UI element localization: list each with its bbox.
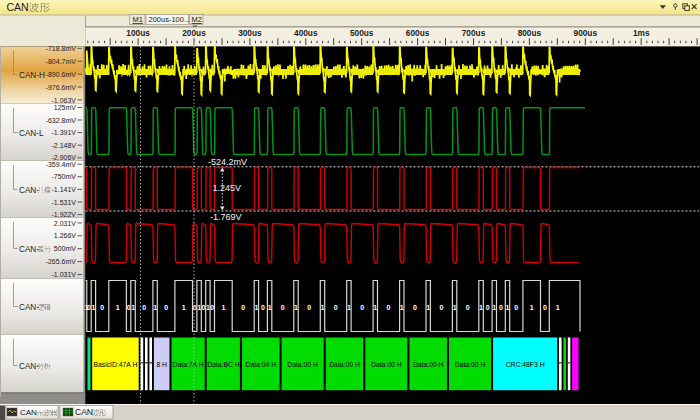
svg-text:CAN: CAN <box>7 1 29 13</box>
svg-text:0: 0 <box>210 304 214 311</box>
svg-text:-1.141V: -1.141V <box>51 186 76 193</box>
svg-text:2.031V: 2.031V <box>54 220 77 227</box>
svg-text:CAN: CAN <box>75 407 93 417</box>
svg-text:0: 0 <box>543 304 547 311</box>
svg-text:1: 1 <box>153 304 157 311</box>
svg-text:500us: 500us <box>350 28 374 38</box>
svg-text:1.266V: 1.266V <box>54 232 77 239</box>
svg-text:0: 0 <box>307 304 311 311</box>
svg-text:-890.6mV: -890.6mV <box>46 71 77 78</box>
svg-text:-750mV: -750mV <box>51 173 76 180</box>
svg-text:0: 0 <box>193 304 197 311</box>
svg-text:0: 0 <box>466 304 470 311</box>
svg-text:0: 0 <box>514 304 518 311</box>
svg-text:0: 0 <box>100 304 104 311</box>
svg-text:CAN-H: CAN-H <box>19 71 45 80</box>
svg-text:0: 0 <box>164 304 168 311</box>
svg-text:1: 1 <box>479 304 483 311</box>
svg-text:-2.148V: -2.148V <box>51 142 76 149</box>
svg-text:M2: M2 <box>192 15 202 24</box>
svg-text:-1.769V: -1.769V <box>210 212 242 222</box>
svg-text:CAN-: CAN- <box>19 362 39 371</box>
svg-text:-976.6mV: -976.6mV <box>46 84 77 91</box>
svg-text:1: 1 <box>206 304 210 311</box>
svg-text:700us: 700us <box>462 28 486 38</box>
svg-text:500mV: 500mV <box>54 245 77 252</box>
svg-text:200us: 200us <box>182 28 206 38</box>
svg-text:Data:00 H: Data:00 H <box>455 361 486 368</box>
svg-text:Data:00 H: Data:00 H <box>287 361 318 368</box>
svg-text:900us: 900us <box>574 28 598 38</box>
svg-text:1: 1 <box>400 304 404 311</box>
svg-text:Data:00 H: Data:00 H <box>371 361 402 368</box>
svg-text:0: 0 <box>142 304 146 311</box>
svg-text:CAN: CAN <box>20 408 37 417</box>
svg-text:0: 0 <box>486 304 490 311</box>
svg-text:100us: 100us <box>126 28 150 38</box>
svg-text:200us-100...: 200us-100... <box>149 15 191 24</box>
svg-text:400us: 400us <box>294 28 318 38</box>
svg-text:1: 1 <box>426 304 430 311</box>
svg-text:0: 0 <box>387 304 391 311</box>
svg-text:-1.063V: -1.063V <box>51 97 76 104</box>
svg-text:800us: 800us <box>518 28 542 38</box>
svg-text:1: 1 <box>268 304 272 311</box>
svg-text:0: 0 <box>127 304 131 311</box>
svg-text:-718.8mV: -718.8mV <box>46 45 77 52</box>
svg-text:1: 1 <box>373 304 377 311</box>
svg-text:1: 1 <box>221 304 225 311</box>
svg-text:1: 1 <box>182 304 186 311</box>
svg-text:CAN-: CAN- <box>19 186 39 195</box>
svg-text:0: 0 <box>281 304 285 311</box>
svg-text:Data:7A H: Data:7A H <box>173 361 204 368</box>
svg-text:-524.2mV: -524.2mV <box>208 157 247 167</box>
svg-text:Data:BC H: Data:BC H <box>207 361 240 368</box>
svg-text:1: 1 <box>116 304 120 311</box>
svg-text:1: 1 <box>556 304 560 311</box>
svg-text:1: 1 <box>131 304 135 311</box>
svg-text:-804.7mV: -804.7mV <box>46 58 77 65</box>
svg-text:BasicID:47A H: BasicID:47A H <box>93 361 137 368</box>
svg-text:Data:00 H: Data:00 H <box>413 361 444 368</box>
svg-text:1: 1 <box>506 304 510 311</box>
svg-text:-359.4mV: -359.4mV <box>46 161 77 168</box>
svg-text:M1: M1 <box>133 15 143 24</box>
svg-text:Data:00 H: Data:00 H <box>329 361 360 368</box>
svg-text:CAN-: CAN- <box>19 303 39 312</box>
svg-text:0: 0 <box>413 304 417 311</box>
svg-text:CRC:48F3 H: CRC:48F3 H <box>506 361 545 368</box>
svg-text:0: 0 <box>261 304 265 311</box>
svg-text:0: 0 <box>87 304 91 311</box>
svg-text:1: 1 <box>321 304 325 311</box>
svg-text:-632.8mV: -632.8mV <box>46 117 77 124</box>
svg-text:1: 1 <box>347 304 351 311</box>
svg-text:1: 1 <box>91 304 95 311</box>
svg-text:1: 1 <box>530 304 534 311</box>
svg-text:-1.031V: -1.031V <box>51 271 76 278</box>
svg-text:Data:04 H: Data:04 H <box>245 361 276 368</box>
svg-text:1: 1 <box>294 304 298 311</box>
svg-text:0: 0 <box>202 304 206 311</box>
svg-text:-1.922V: -1.922V <box>51 211 76 218</box>
svg-text:0: 0 <box>334 304 338 311</box>
svg-text:300us: 300us <box>238 28 262 38</box>
svg-text:CAN-L: CAN-L <box>19 129 44 138</box>
svg-text:1: 1 <box>453 304 457 311</box>
svg-text:1: 1 <box>492 304 496 311</box>
svg-text:-1.391V: -1.391V <box>51 129 76 136</box>
svg-text:8 H: 8 H <box>156 361 167 368</box>
svg-text:CAN-: CAN- <box>19 245 39 254</box>
svg-text:0: 0 <box>360 304 364 311</box>
svg-text:1.245V: 1.245V <box>213 183 242 193</box>
svg-text:600us: 600us <box>406 28 430 38</box>
svg-text:1ms: 1ms <box>633 28 650 38</box>
svg-text:1: 1 <box>197 304 201 311</box>
svg-text:-1.531V: -1.531V <box>51 199 76 206</box>
svg-text:1: 1 <box>254 304 258 311</box>
svg-text:-265.6mV: -265.6mV <box>46 258 77 265</box>
svg-text:0: 0 <box>439 304 443 311</box>
svg-text:0: 0 <box>241 304 245 311</box>
svg-text:125mV: 125mV <box>54 104 77 111</box>
svg-text:0: 0 <box>499 304 503 311</box>
